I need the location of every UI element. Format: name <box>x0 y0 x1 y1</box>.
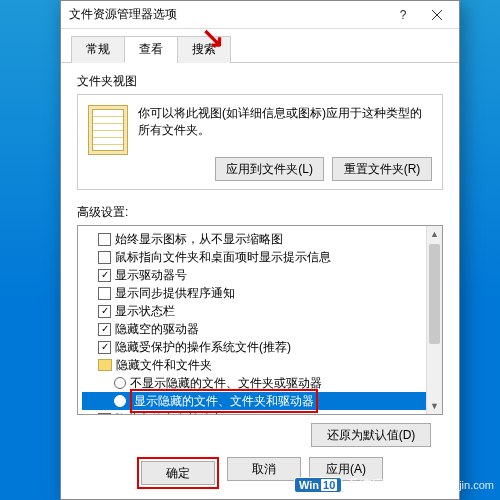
adv-item-label: 鼠标指向文件夹和桌面项时显示提示信息 <box>115 248 331 266</box>
scroll-down-icon[interactable]: ▼ <box>427 398 442 414</box>
watermark-url: www.qdhuajin.com <box>402 479 494 491</box>
adv-item-3[interactable]: 显示同步提供程序通知 <box>82 284 438 302</box>
folderview-icon <box>88 105 128 155</box>
tab-view[interactable]: 查看 <box>124 36 178 63</box>
adv-item-2[interactable]: ✓显示驱动器号 <box>82 266 438 284</box>
tab-strip: 常规 查看 搜索 <box>61 29 459 63</box>
close-icon[interactable] <box>417 2 457 28</box>
adv-item-5[interactable]: ✓隐藏空的驱动器 <box>82 320 438 338</box>
watermark-text: 系统家园 <box>346 476 398 494</box>
tab-general[interactable]: 常规 <box>71 36 125 63</box>
titlebar: 文件资源管理器选项 ? <box>61 1 459 29</box>
radio-icon[interactable] <box>114 377 126 389</box>
adv-item-label: 隐藏文件夹合并冲突 <box>115 410 223 415</box>
ok-button[interactable]: 确定 <box>141 461 215 485</box>
adv-item-label: 显示状态栏 <box>115 302 175 320</box>
adv-item-label: 隐藏受保护的操作系统文件(推荐) <box>115 338 291 356</box>
checkbox-icon[interactable] <box>98 233 111 246</box>
tab-content: 文件夹视图 你可以将此视图(如详细信息或图标)应用于这种类型的所有文件夹。 应用… <box>61 63 459 499</box>
reset-folders-button[interactable]: 重置文件夹(R) <box>332 157 432 181</box>
advanced-settings-list[interactable]: 始终显示图标，从不显示缩略图鼠标指向文件夹和桌面项时显示提示信息✓显示驱动器号显… <box>77 225 443 415</box>
watermark-badge: Win10 <box>294 477 342 493</box>
adv-item-0[interactable]: 始终显示图标，从不显示缩略图 <box>82 230 438 248</box>
adv-item-label: 显示同步提供程序通知 <box>115 284 235 302</box>
adv-item-label: 始终显示图标，从不显示缩略图 <box>115 230 283 248</box>
radio-icon[interactable] <box>114 395 126 407</box>
adv-item-1[interactable]: 鼠标指向文件夹和桌面项时显示提示信息 <box>82 248 438 266</box>
folder-options-dialog: 文件资源管理器选项 ? 常规 查看 搜索 ↘ 文件夹视图 你可以将此视图(如详细… <box>60 0 460 500</box>
scrollbar[interactable]: ▲ ▼ <box>426 226 442 414</box>
checkbox-icon[interactable] <box>98 287 111 300</box>
window-title: 文件资源管理器选项 <box>69 6 389 23</box>
adv-item-9[interactable]: 显示隐藏的文件、文件夹和驱动器 <box>82 392 438 410</box>
annotation-highlight-ok: 确定 <box>137 457 219 489</box>
checkbox-icon[interactable]: ✓ <box>98 413 111 416</box>
folderview-group-label: 文件夹视图 <box>77 73 443 90</box>
advanced-label: 高级设置: <box>77 204 443 221</box>
checkbox-icon[interactable] <box>98 251 111 264</box>
checkbox-icon[interactable]: ✓ <box>98 269 111 282</box>
folder-icon <box>98 359 112 371</box>
adv-item-4[interactable]: ✓显示状态栏 <box>82 302 438 320</box>
watermark: Win10 系统家园 www.qdhuajin.com <box>294 476 494 494</box>
adv-item-6[interactable]: ✓隐藏受保护的操作系统文件(推荐) <box>82 338 438 356</box>
apply-to-folders-button[interactable]: 应用到文件夹(L) <box>215 157 324 181</box>
annotation-arrow: ↘ <box>201 21 224 54</box>
restore-defaults-button[interactable]: 还原为默认值(D) <box>311 423 431 447</box>
help-icon[interactable]: ? <box>389 2 417 28</box>
adv-item-label: 显示驱动器号 <box>115 266 187 284</box>
checkbox-icon[interactable]: ✓ <box>98 305 111 318</box>
adv-item-label: 隐藏空的驱动器 <box>115 320 199 338</box>
checkbox-icon[interactable]: ✓ <box>98 323 111 336</box>
cancel-button[interactable]: 取消 <box>227 457 301 481</box>
folderview-group: 你可以将此视图(如详细信息或图标)应用于这种类型的所有文件夹。 应用到文件夹(L… <box>77 94 443 190</box>
adv-item-7[interactable]: 隐藏文件和文件夹 <box>82 356 438 374</box>
adv-item-label: 隐藏文件和文件夹 <box>116 356 212 374</box>
checkbox-icon[interactable]: ✓ <box>98 341 111 354</box>
scroll-up-icon[interactable]: ▲ <box>427 226 442 242</box>
scroll-thumb[interactable] <box>429 244 440 344</box>
